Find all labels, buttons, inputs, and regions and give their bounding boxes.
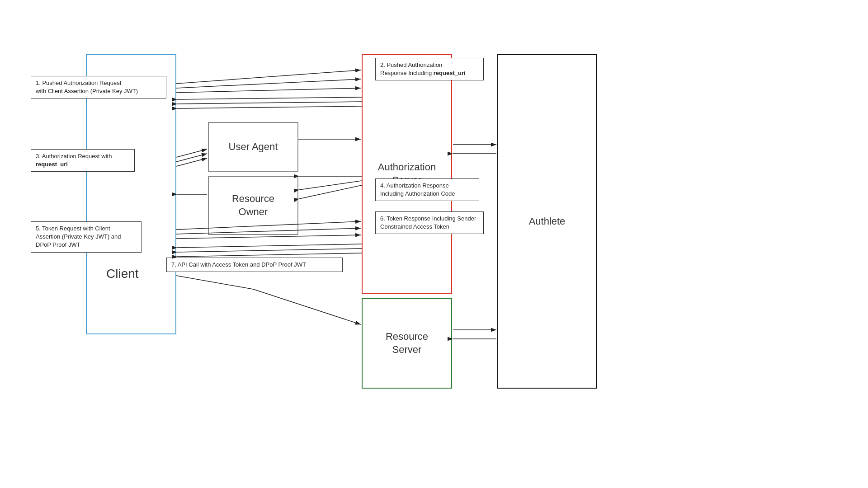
svg-line-13 bbox=[299, 181, 362, 190]
note-7-text: 7. API Call with Access Token and DPoP P… bbox=[171, 261, 306, 268]
note-3-text: 3. Authorization Request withrequest_uri bbox=[36, 153, 112, 168]
client-label: Client bbox=[106, 267, 139, 281]
svg-line-10 bbox=[176, 158, 207, 166]
svg-line-14 bbox=[299, 185, 362, 199]
diagram-container: Client User Agent ResourceOwner Authoriz… bbox=[0, 0, 868, 488]
svg-line-3 bbox=[176, 79, 361, 88]
note-1: 1. Pushed Authorization Requestwith Clie… bbox=[31, 76, 166, 99]
resource-server-box: ResourceServer bbox=[362, 298, 452, 389]
note-4: 4. Authorization ResponseIncluding Autho… bbox=[375, 178, 479, 201]
user-agent-label: User Agent bbox=[229, 141, 278, 154]
svg-line-2 bbox=[176, 70, 361, 84]
resource-owner-box: ResourceOwner bbox=[208, 176, 298, 235]
resource-server-label: ResourceServer bbox=[386, 330, 428, 356]
svg-line-9 bbox=[176, 154, 207, 162]
note-2-text: 2. Pushed AuthorizationResponse Includin… bbox=[380, 61, 466, 76]
note-5-text: 5. Token Request with ClientAssertion (P… bbox=[36, 225, 121, 248]
svg-line-5 bbox=[177, 97, 362, 99]
user-agent-box: User Agent bbox=[208, 122, 298, 172]
svg-line-23 bbox=[253, 289, 361, 324]
auth-server-box: AuthorizationServer bbox=[362, 54, 452, 294]
svg-line-6 bbox=[177, 102, 362, 104]
authlete-label: Authlete bbox=[529, 215, 566, 228]
note-2: 2. Pushed AuthorizationResponse Includin… bbox=[375, 58, 484, 80]
svg-line-22 bbox=[176, 276, 253, 289]
resource-owner-label: ResourceOwner bbox=[232, 192, 274, 218]
authlete-box: Authlete bbox=[497, 54, 597, 389]
note-7: 7. API Call with Access Token and DPoP P… bbox=[166, 258, 343, 272]
svg-line-4 bbox=[176, 88, 361, 93]
note-1-text: 1. Pushed Authorization Requestwith Clie… bbox=[36, 80, 138, 94]
svg-line-21 bbox=[177, 253, 362, 257]
svg-line-20 bbox=[177, 249, 362, 252]
note-3: 3. Authorization Request withrequest_uri bbox=[31, 149, 135, 172]
svg-line-18 bbox=[176, 235, 361, 239]
note-5: 5. Token Request with ClientAssertion (P… bbox=[31, 221, 142, 253]
svg-line-7 bbox=[177, 106, 362, 108]
note-6-text: 6. Token Response Including Sender-Const… bbox=[380, 215, 478, 230]
note-4-text: 4. Authorization ResponseIncluding Autho… bbox=[380, 182, 455, 197]
svg-line-8 bbox=[176, 149, 207, 157]
svg-line-19 bbox=[177, 244, 362, 248]
note-6: 6. Token Response Including Sender-Const… bbox=[375, 211, 484, 234]
